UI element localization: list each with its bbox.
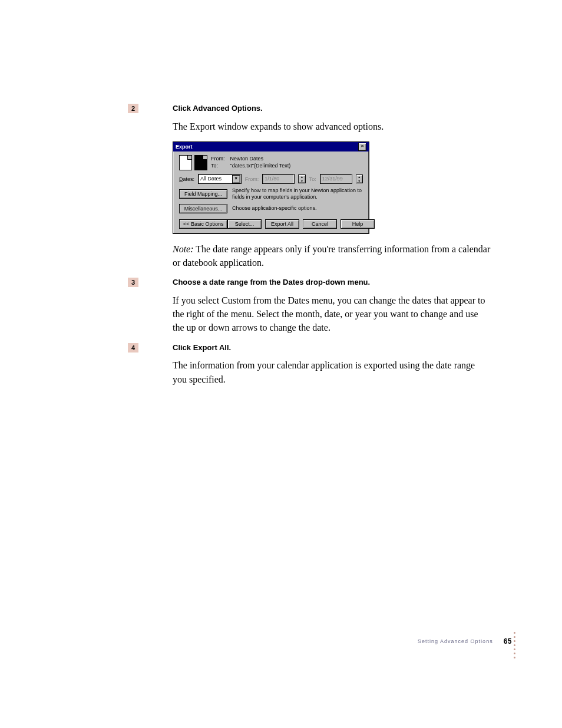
dates-dropdown-value: All Dates (200, 175, 222, 183)
from-to-labels: From: Newton Dates To: "dates.txt"(Delim… (211, 156, 290, 169)
step-2-note: Note: The date range appears only if you… (173, 242, 491, 269)
step-4-body: The information from your calendar appli… (173, 358, 491, 386)
note-text: The date range appears only if you're tr… (173, 244, 490, 268)
export-dialog: Export × From: Newton Dates (173, 141, 369, 234)
step-2-title: Click Advanced Options. (173, 104, 514, 114)
step-3-title: Choose a date range from the Dates drop-… (173, 278, 514, 288)
chevron-down-icon[interactable]: ▼ (232, 175, 240, 183)
page: 2 Click Advanced Options. The Export win… (0, 0, 562, 728)
step-2-number: 2 (128, 104, 138, 113)
close-icon[interactable]: × (358, 143, 366, 151)
document-icon (179, 155, 192, 170)
step-4-number: 4 (128, 343, 138, 353)
miscellaneous-desc: Choose application-specific options. (232, 205, 363, 212)
from-date-label: From: (245, 176, 259, 182)
from-date-spinner[interactable]: ▲▼ (298, 174, 305, 183)
dialog-footer: << Basic Options Select... Export All Ca… (179, 219, 363, 229)
step-3: 3 Choose a date range from the Dates dro… (149, 278, 514, 334)
step-2-body: The Export window expands to show advanc… (173, 120, 491, 133)
dialog-footer-right: Select... Export All Cancel Help (227, 219, 375, 229)
footer-section-title: Setting Advanced Options (418, 638, 493, 644)
dates-row: Dates: All Dates ▼ From: 1/1/80 ▲▼ To: 1… (179, 174, 363, 184)
basic-options-button[interactable]: << Basic Options (179, 219, 227, 229)
transfer-icons (179, 155, 207, 170)
document-icon (194, 155, 207, 170)
to-date-label: To: (309, 176, 316, 182)
step-2: 2 Click Advanced Options. The Export win… (149, 104, 514, 133)
footer-dots-decoration (514, 632, 516, 658)
select-button[interactable]: Select... (227, 219, 262, 229)
to-value: "dates.txt"(Delimited Text) (230, 163, 291, 169)
step-4: 4 Click Export All. The information from… (149, 343, 514, 386)
field-mapping-button[interactable]: Field Mapping... (179, 189, 227, 199)
step-4-title: Click Export All. (173, 343, 514, 353)
cancel-button[interactable]: Cancel (303, 219, 337, 229)
dialog-titlebar: Export × (173, 142, 369, 151)
dialog-body: From: Newton Dates To: "dates.txt"(Delim… (173, 151, 369, 233)
help-button[interactable]: Help (340, 219, 375, 229)
from-label: From: (211, 156, 229, 163)
to-label: To: (211, 163, 229, 170)
dates-label: Dates: (179, 176, 194, 182)
from-to-row: From: Newton Dates To: "dates.txt"(Delim… (179, 155, 363, 170)
miscellaneous-row: Miscellaneous... Choose application-spec… (179, 204, 363, 213)
to-date-spinner[interactable]: ▲▼ (356, 174, 363, 183)
dialog-title-text: Export (176, 144, 193, 150)
content-column: 2 Click Advanced Options. The Export win… (149, 104, 514, 394)
footer-page-number: 65 (504, 637, 512, 645)
from-value: Newton Dates (230, 156, 264, 162)
page-footer: Setting Advanced Options 65 (418, 637, 512, 645)
step-3-number: 3 (128, 278, 138, 287)
miscellaneous-button[interactable]: Miscellaneous... (179, 204, 227, 213)
export-all-button[interactable]: Export All (265, 219, 299, 229)
step-3-body: If you select Custom from the Dates menu… (173, 294, 491, 335)
from-date-field[interactable]: 1/1/80 (262, 174, 295, 184)
note-prefix: Note: (173, 244, 194, 254)
to-date-field[interactable]: 12/31/99 (320, 174, 352, 184)
field-mapping-row: Field Mapping... Specify how to map fiel… (179, 187, 363, 200)
dates-dropdown[interactable]: All Dates ▼ (198, 174, 242, 184)
field-mapping-desc: Specify how to map fields in your Newton… (232, 187, 363, 200)
